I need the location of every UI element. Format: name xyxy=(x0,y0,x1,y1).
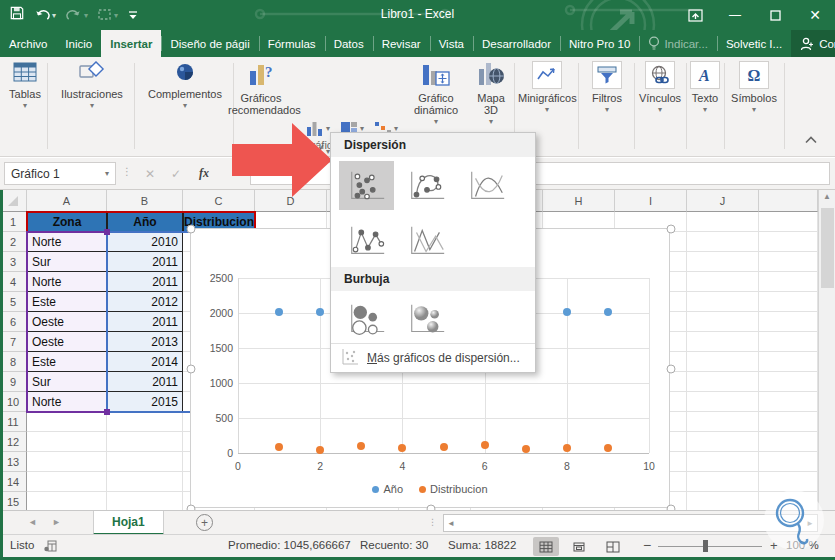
data-point-distribucion[interactable] xyxy=(316,446,324,454)
links-group-button[interactable]: Vínculos ▾ xyxy=(636,61,684,114)
cell-A8[interactable]: Este xyxy=(27,352,107,372)
collapse-ribbon-icon[interactable] xyxy=(805,135,817,146)
symbols-group-button[interactable]: Ω Símbolos ▾ xyxy=(726,61,782,114)
menu-item-scatter-smooth[interactable] xyxy=(459,161,514,210)
menu-tab-vista[interactable]: Vista xyxy=(430,30,473,57)
column-header-extra[interactable] xyxy=(759,190,818,212)
column-header-A[interactable]: A xyxy=(27,190,107,212)
cell-A9[interactable]: Sur xyxy=(27,372,107,392)
chart-selection-handle[interactable] xyxy=(667,225,676,234)
cell-B2[interactable]: 2010 xyxy=(107,232,183,252)
status-average[interactable]: Promedio: 1045,666667 xyxy=(228,539,351,551)
ribbon-display-options-icon[interactable] xyxy=(675,0,715,30)
macro-record-icon[interactable] xyxy=(44,540,57,554)
menu-tab-formulas[interactable]: Fórmulas xyxy=(259,30,325,57)
name-box-dropdown-icon[interactable]: ▾ xyxy=(105,170,109,178)
scroll-left-icon[interactable]: ◄ xyxy=(447,519,455,528)
data-point-ano[interactable] xyxy=(604,308,612,316)
menu-tab-nitro-pro-10[interactable]: Nitro Pro 10 xyxy=(560,30,639,57)
select-all-corner[interactable] xyxy=(0,190,27,212)
chart-selection-handle[interactable] xyxy=(187,365,196,374)
cell-A4[interactable]: Norte xyxy=(27,272,107,292)
cell-A2[interactable]: Norte xyxy=(27,232,107,252)
cell-B6[interactable]: 2011 xyxy=(107,312,183,332)
normal-view-button[interactable] xyxy=(533,537,559,556)
menu-item-scatter-lines-markers[interactable] xyxy=(339,216,394,265)
menu-item-scatter-smooth-markers[interactable] xyxy=(399,161,454,210)
column-header-B[interactable]: B xyxy=(107,190,183,212)
sheet-nav-right-icon[interactable]: ► xyxy=(52,517,61,527)
data-point-ano[interactable] xyxy=(316,308,324,316)
cancel-icon[interactable]: ✕ xyxy=(138,162,162,185)
zoom-slider-thumb[interactable] xyxy=(703,540,708,552)
row-header-4[interactable]: 4 xyxy=(0,272,27,292)
row-header-13[interactable]: 13 xyxy=(0,452,27,472)
enter-icon[interactable]: ✓ xyxy=(164,162,188,185)
menu-item-scatter[interactable] xyxy=(339,161,394,210)
add-sheet-icon[interactable]: + xyxy=(196,514,213,531)
menu-item-more-scatter-charts[interactable]: Más gráficos de dispersión... xyxy=(331,343,535,372)
scroll-right-icon[interactable]: ► xyxy=(806,519,814,528)
data-point-distribucion[interactable] xyxy=(481,441,489,449)
row-header-15[interactable]: 15 xyxy=(0,492,27,510)
data-point-distribucion[interactable] xyxy=(563,444,571,452)
data-point-ano[interactable] xyxy=(275,308,283,316)
insert-function-icon[interactable]: fx xyxy=(192,162,216,185)
horizontal-scrollbar[interactable]: ◄ ► xyxy=(443,514,818,532)
recommended-charts-button[interactable]: ? Gráficos recomendados xyxy=(228,61,294,116)
menu-item-bubble-3d[interactable] xyxy=(399,295,454,344)
menu-tab-solvetic-i[interactable]: Solvetic I... xyxy=(717,30,791,57)
vertical-scrollbar[interactable]: ▲ xyxy=(818,190,835,510)
sheet-nav-left-icon[interactable]: ◄ xyxy=(28,517,37,527)
menu-tab-indicar[interactable]: Indicar... xyxy=(639,30,716,57)
row-header-14[interactable]: 14 xyxy=(0,472,27,492)
menu-tab-archivo[interactable]: Archivo xyxy=(0,30,56,57)
data-point-distribucion[interactable] xyxy=(357,442,365,450)
menu-tab-diseno-de-pagii[interactable]: Diseño de págii xyxy=(161,30,258,57)
cell-A7[interactable]: Oeste xyxy=(27,332,107,352)
cell-B1[interactable]: Año xyxy=(107,212,183,232)
data-point-distribucion[interactable] xyxy=(440,443,448,451)
cell-B3[interactable]: 2011 xyxy=(107,252,183,272)
row-header-12[interactable]: 12 xyxy=(0,432,27,452)
row-header-8[interactable]: 8 xyxy=(0,352,27,372)
data-point-distribucion[interactable] xyxy=(604,444,612,452)
illustrations-group-button[interactable]: Ilustraciones ▾ xyxy=(50,61,134,110)
filters-group-button[interactable]: Filtros ▾ xyxy=(582,61,632,114)
zoom-slider[interactable] xyxy=(658,546,762,547)
chart-selection-handle[interactable] xyxy=(187,225,196,234)
row-header-7[interactable]: 7 xyxy=(0,332,27,352)
data-point-distribucion[interactable] xyxy=(275,443,283,451)
column-header-J[interactable]: J xyxy=(687,190,759,212)
page-break-view-button[interactable] xyxy=(600,537,626,556)
cell-A6[interactable]: Oeste xyxy=(27,312,107,332)
zoom-in-icon[interactable]: + xyxy=(770,538,778,553)
menu-tab-compartir[interactable]: Compartir xyxy=(791,30,835,57)
cell-B5[interactable]: 2012 xyxy=(107,292,183,312)
map-3d-button[interactable]: Mapa 3D ▾ xyxy=(470,61,512,126)
cell-A1[interactable]: Zona xyxy=(27,212,107,232)
vertical-scroll-thumb[interactable] xyxy=(821,208,834,288)
chart-selection-handle[interactable] xyxy=(667,365,676,374)
zoom-out-icon[interactable]: − xyxy=(643,537,651,553)
row-header-1[interactable]: 1 xyxy=(0,212,27,232)
menu-item-scatter-lines[interactable] xyxy=(399,216,454,265)
text-group-button[interactable]: A Texto ▾ xyxy=(688,61,722,114)
cell-B9[interactable]: 2011 xyxy=(107,372,183,392)
cell-B8[interactable]: 2014 xyxy=(107,352,183,372)
row-header-11[interactable]: 11 xyxy=(0,412,27,432)
sparklines-group-button[interactable]: Minigráficos ▾ xyxy=(518,61,576,114)
zoom-level[interactable]: 100 % xyxy=(786,539,819,551)
legend-item-distribucion[interactable]: Distribucion xyxy=(419,483,487,495)
menu-tab-desarrollador[interactable]: Desarrollador xyxy=(473,30,560,57)
row-header-9[interactable]: 9 xyxy=(0,372,27,392)
legend-item-ano[interactable]: Año xyxy=(372,483,403,495)
chart-legend[interactable]: AñoDistribucion xyxy=(191,483,669,495)
name-box[interactable]: Gráfico 1 ▾ xyxy=(4,162,116,185)
column-header-I[interactable]: I xyxy=(615,190,687,212)
addins-group-button[interactable]: Complementos ▾ xyxy=(138,61,232,110)
tables-group-button[interactable]: Tablas ▾ xyxy=(4,61,46,110)
row-header-10[interactable]: 10 xyxy=(0,392,27,412)
cell-A5[interactable]: Este xyxy=(27,292,107,312)
data-point-distribucion[interactable] xyxy=(522,445,530,453)
